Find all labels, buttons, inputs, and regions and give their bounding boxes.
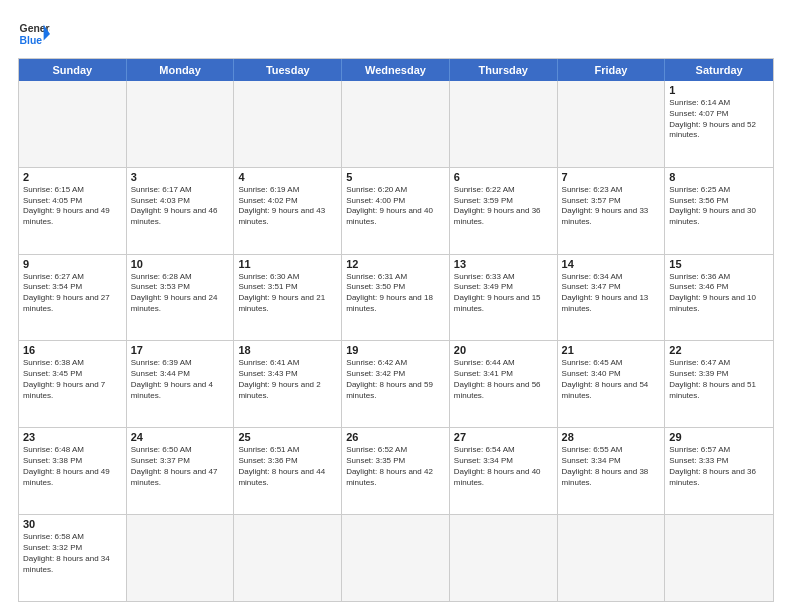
cell-date: 4 [238,171,337,183]
day-header-tuesday: Tuesday [234,59,342,81]
day-header-wednesday: Wednesday [342,59,450,81]
cell-date: 18 [238,344,337,356]
day-header-saturday: Saturday [665,59,773,81]
cell-info: Sunrise: 6:20 AM Sunset: 4:00 PM Dayligh… [346,185,445,228]
calendar-cell: 27Sunrise: 6:54 AM Sunset: 3:34 PM Dayli… [450,428,558,514]
cell-info: Sunrise: 6:38 AM Sunset: 3:45 PM Dayligh… [23,358,122,401]
page: General Blue SundayMondayTuesdayWednesda… [0,0,792,612]
calendar-cell: 8Sunrise: 6:25 AM Sunset: 3:56 PM Daylig… [665,168,773,254]
calendar-row: 23Sunrise: 6:48 AM Sunset: 3:38 PM Dayli… [19,428,773,515]
calendar-cell: 18Sunrise: 6:41 AM Sunset: 3:43 PM Dayli… [234,341,342,427]
calendar-cell [665,515,773,601]
calendar-row: 30Sunrise: 6:58 AM Sunset: 3:32 PM Dayli… [19,515,773,601]
cell-info: Sunrise: 6:54 AM Sunset: 3:34 PM Dayligh… [454,445,553,488]
header: General Blue [18,18,774,50]
cell-date: 20 [454,344,553,356]
cell-info: Sunrise: 6:39 AM Sunset: 3:44 PM Dayligh… [131,358,230,401]
cell-date: 2 [23,171,122,183]
calendar-cell: 6Sunrise: 6:22 AM Sunset: 3:59 PM Daylig… [450,168,558,254]
cell-date: 24 [131,431,230,443]
calendar-cell [558,81,666,167]
calendar-cell: 17Sunrise: 6:39 AM Sunset: 3:44 PM Dayli… [127,341,235,427]
calendar-cell: 19Sunrise: 6:42 AM Sunset: 3:42 PM Dayli… [342,341,450,427]
logo: General Blue [18,18,50,50]
svg-text:Blue: Blue [20,35,43,46]
calendar-cell: 2Sunrise: 6:15 AM Sunset: 4:05 PM Daylig… [19,168,127,254]
cell-date: 30 [23,518,122,530]
cell-date: 12 [346,258,445,270]
cell-info: Sunrise: 6:45 AM Sunset: 3:40 PM Dayligh… [562,358,661,401]
cell-info: Sunrise: 6:55 AM Sunset: 3:34 PM Dayligh… [562,445,661,488]
calendar-cell: 3Sunrise: 6:17 AM Sunset: 4:03 PM Daylig… [127,168,235,254]
calendar-cell: 24Sunrise: 6:50 AM Sunset: 3:37 PM Dayli… [127,428,235,514]
cell-date: 19 [346,344,445,356]
calendar-cell: 21Sunrise: 6:45 AM Sunset: 3:40 PM Dayli… [558,341,666,427]
cell-info: Sunrise: 6:27 AM Sunset: 3:54 PM Dayligh… [23,272,122,315]
calendar-cell [19,81,127,167]
cell-date: 1 [669,84,769,96]
cell-info: Sunrise: 6:30 AM Sunset: 3:51 PM Dayligh… [238,272,337,315]
cell-info: Sunrise: 6:50 AM Sunset: 3:37 PM Dayligh… [131,445,230,488]
calendar-cell [342,515,450,601]
calendar-cell: 20Sunrise: 6:44 AM Sunset: 3:41 PM Dayli… [450,341,558,427]
calendar-cell: 30Sunrise: 6:58 AM Sunset: 3:32 PM Dayli… [19,515,127,601]
calendar-cell: 26Sunrise: 6:52 AM Sunset: 3:35 PM Dayli… [342,428,450,514]
calendar-row: 2Sunrise: 6:15 AM Sunset: 4:05 PM Daylig… [19,168,773,255]
cell-info: Sunrise: 6:51 AM Sunset: 3:36 PM Dayligh… [238,445,337,488]
calendar-cell [450,515,558,601]
cell-date: 29 [669,431,769,443]
calendar-cell: 14Sunrise: 6:34 AM Sunset: 3:47 PM Dayli… [558,255,666,341]
cell-info: Sunrise: 6:19 AM Sunset: 4:02 PM Dayligh… [238,185,337,228]
cell-date: 5 [346,171,445,183]
calendar-cell: 23Sunrise: 6:48 AM Sunset: 3:38 PM Dayli… [19,428,127,514]
calendar-cell: 10Sunrise: 6:28 AM Sunset: 3:53 PM Dayli… [127,255,235,341]
cell-date: 7 [562,171,661,183]
cell-info: Sunrise: 6:17 AM Sunset: 4:03 PM Dayligh… [131,185,230,228]
cell-date: 11 [238,258,337,270]
cell-date: 22 [669,344,769,356]
calendar-cell: 16Sunrise: 6:38 AM Sunset: 3:45 PM Dayli… [19,341,127,427]
cell-date: 17 [131,344,230,356]
cell-info: Sunrise: 6:41 AM Sunset: 3:43 PM Dayligh… [238,358,337,401]
calendar-cell: 12Sunrise: 6:31 AM Sunset: 3:50 PM Dayli… [342,255,450,341]
cell-info: Sunrise: 6:36 AM Sunset: 3:46 PM Dayligh… [669,272,769,315]
cell-date: 3 [131,171,230,183]
calendar-cell: 25Sunrise: 6:51 AM Sunset: 3:36 PM Dayli… [234,428,342,514]
calendar-cell [558,515,666,601]
calendar-cell [127,81,235,167]
cell-info: Sunrise: 6:44 AM Sunset: 3:41 PM Dayligh… [454,358,553,401]
cell-date: 23 [23,431,122,443]
calendar-cell [342,81,450,167]
calendar-cell: 15Sunrise: 6:36 AM Sunset: 3:46 PM Dayli… [665,255,773,341]
cell-info: Sunrise: 6:47 AM Sunset: 3:39 PM Dayligh… [669,358,769,401]
calendar-cell: 1Sunrise: 6:14 AM Sunset: 4:07 PM Daylig… [665,81,773,167]
calendar-cell: 22Sunrise: 6:47 AM Sunset: 3:39 PM Dayli… [665,341,773,427]
calendar-cell: 9Sunrise: 6:27 AM Sunset: 3:54 PM Daylig… [19,255,127,341]
calendar-cell: 29Sunrise: 6:57 AM Sunset: 3:33 PM Dayli… [665,428,773,514]
cell-info: Sunrise: 6:28 AM Sunset: 3:53 PM Dayligh… [131,272,230,315]
calendar-cell [234,81,342,167]
cell-info: Sunrise: 6:42 AM Sunset: 3:42 PM Dayligh… [346,358,445,401]
cell-info: Sunrise: 6:34 AM Sunset: 3:47 PM Dayligh… [562,272,661,315]
calendar-cell [450,81,558,167]
calendar-row: 9Sunrise: 6:27 AM Sunset: 3:54 PM Daylig… [19,255,773,342]
calendar-cell: 7Sunrise: 6:23 AM Sunset: 3:57 PM Daylig… [558,168,666,254]
cell-date: 16 [23,344,122,356]
cell-date: 9 [23,258,122,270]
logo-icon: General Blue [18,18,50,50]
cell-date: 27 [454,431,553,443]
cell-info: Sunrise: 6:23 AM Sunset: 3:57 PM Dayligh… [562,185,661,228]
cell-date: 10 [131,258,230,270]
calendar-cell: 28Sunrise: 6:55 AM Sunset: 3:34 PM Dayli… [558,428,666,514]
day-headers: SundayMondayTuesdayWednesdayThursdayFrid… [19,59,773,81]
cell-info: Sunrise: 6:52 AM Sunset: 3:35 PM Dayligh… [346,445,445,488]
cell-date: 28 [562,431,661,443]
cell-info: Sunrise: 6:33 AM Sunset: 3:49 PM Dayligh… [454,272,553,315]
day-header-thursday: Thursday [450,59,558,81]
cell-info: Sunrise: 6:48 AM Sunset: 3:38 PM Dayligh… [23,445,122,488]
day-header-sunday: Sunday [19,59,127,81]
cell-info: Sunrise: 6:31 AM Sunset: 3:50 PM Dayligh… [346,272,445,315]
cell-info: Sunrise: 6:15 AM Sunset: 4:05 PM Dayligh… [23,185,122,228]
cell-date: 26 [346,431,445,443]
cell-info: Sunrise: 6:57 AM Sunset: 3:33 PM Dayligh… [669,445,769,488]
